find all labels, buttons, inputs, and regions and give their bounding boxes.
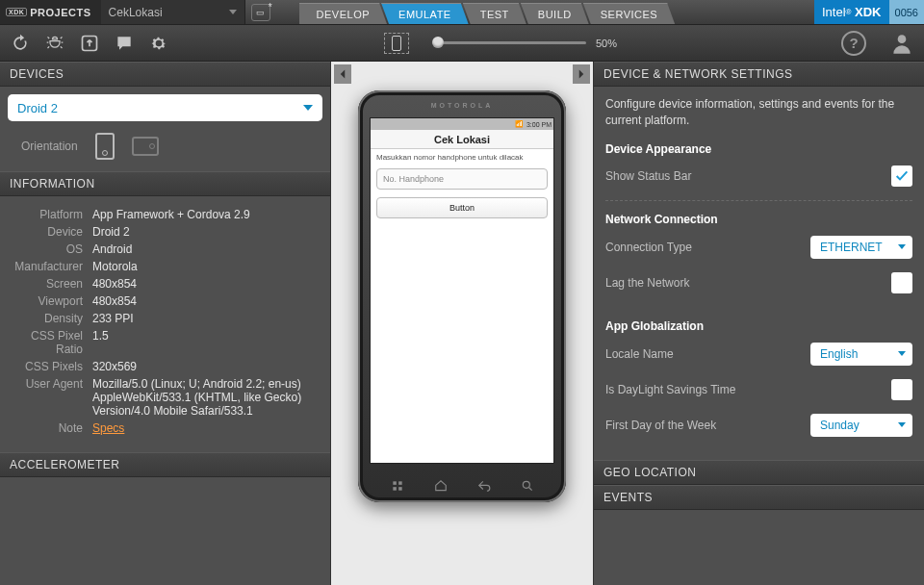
info-row: PlatformApp Framework + Cordova 2.9 bbox=[12, 206, 319, 223]
svg-point-1 bbox=[898, 35, 907, 43]
svg-rect-3 bbox=[398, 481, 402, 485]
android-status-bar: 📶 3:00 PM bbox=[371, 118, 553, 130]
dst-checkbox[interactable] bbox=[891, 379, 912, 400]
orientation-landscape[interactable] bbox=[132, 137, 159, 156]
info-row: User AgentMozilla/5.0 (Linux; U; Android… bbox=[12, 375, 319, 420]
info-row: OSAndroid bbox=[12, 241, 319, 258]
right-body: Configure device information, settings a… bbox=[594, 87, 924, 460]
app-instruction: Masukkan nomor handphone untuk dilacak bbox=[376, 153, 548, 163]
help-icon[interactable]: ? bbox=[841, 31, 866, 56]
zoom-slider[interactable] bbox=[432, 41, 586, 44]
specs-link[interactable]: Specs bbox=[92, 421, 124, 435]
show-status-bar-label: Show Status Bar bbox=[605, 169, 691, 183]
tab-build[interactable]: BUILD bbox=[521, 3, 589, 24]
accelerometer-header: ACCELEROMETER bbox=[0, 452, 330, 477]
orientation-row: Orientation bbox=[0, 129, 330, 171]
info-value: Droid 2 bbox=[92, 225, 319, 239]
info-label: Note bbox=[12, 421, 92, 435]
tab-services[interactable]: SERVICES bbox=[583, 3, 675, 24]
info-row: NoteSpecs bbox=[12, 420, 319, 437]
chat-icon[interactable] bbox=[114, 33, 135, 54]
home-button-icon[interactable] bbox=[429, 477, 452, 495]
connection-type-select[interactable]: ETHERNET bbox=[810, 236, 912, 259]
collapse-left-icon[interactable] bbox=[334, 64, 351, 84]
device-select[interactable]: Droid 2 bbox=[8, 94, 322, 121]
info-label: Device bbox=[12, 225, 92, 239]
upload-icon[interactable] bbox=[79, 33, 100, 54]
phone-number-input[interactable]: No. Handphone bbox=[376, 168, 548, 190]
tab-emulate[interactable]: EMULATE bbox=[381, 3, 469, 24]
connection-type-row: Connection Type ETHERNET bbox=[605, 236, 912, 259]
info-row: Density233 PPI bbox=[12, 310, 319, 327]
information-header: INFORMATION bbox=[0, 171, 330, 196]
status-time: 3:00 PM bbox=[526, 121, 552, 128]
info-value: 480x854 bbox=[92, 277, 319, 291]
brand-label: Intel® XDK bbox=[814, 0, 889, 24]
info-row: DeviceDroid 2 bbox=[12, 223, 319, 241]
rotate-device-icon[interactable] bbox=[384, 33, 409, 54]
tab-develop[interactable]: DEVELOP bbox=[299, 3, 387, 24]
info-value: 233 PPI bbox=[92, 312, 319, 325]
svg-rect-5 bbox=[398, 487, 402, 491]
project-dropdown[interactable]: CekLokasi bbox=[101, 0, 245, 24]
gear-icon[interactable] bbox=[148, 33, 169, 54]
show-status-bar-row: Show Status Bar bbox=[605, 165, 912, 187]
refresh-icon[interactable] bbox=[10, 33, 31, 54]
locale-row: Locale Name English bbox=[605, 343, 912, 366]
lag-network-label: Lag the Network bbox=[605, 276, 689, 290]
first-day-select[interactable]: Sunday bbox=[810, 414, 912, 437]
info-row: CSS Pixels320x569 bbox=[12, 358, 319, 375]
info-value: Specs bbox=[92, 421, 319, 435]
signal-icon: 📶 bbox=[515, 120, 524, 128]
app-body: Masukkan nomor handphone untuk dilacak N… bbox=[371, 149, 553, 222]
network-connection-title: Network Connection bbox=[605, 213, 912, 226]
device-brand-label: MOTOROLA bbox=[431, 102, 494, 109]
show-status-bar-checkbox[interactable] bbox=[891, 165, 912, 187]
info-value: Mozilla/5.0 (Linux; U; Android 2.2; en-u… bbox=[92, 377, 319, 418]
dst-label: Is DayLight Savings Time bbox=[605, 383, 735, 396]
topbar: XDKPROJECTS CekLokasi ▭ DEVELOP EMULATE … bbox=[0, 0, 924, 25]
left-panel: DEVICES Droid 2 Orientation INFORMATION … bbox=[0, 62, 331, 585]
hardware-buttons bbox=[358, 477, 566, 495]
tab-test[interactable]: TEST bbox=[463, 3, 526, 24]
search-button-icon[interactable] bbox=[516, 477, 539, 495]
app-submit-button[interactable]: Button bbox=[376, 197, 548, 218]
info-value: Android bbox=[92, 242, 319, 256]
info-row: CSS Pixel Ratio1.5 bbox=[12, 327, 319, 358]
info-label: CSS Pixel Ratio bbox=[12, 329, 92, 356]
info-value: Motorola bbox=[92, 260, 319, 273]
info-label: Platform bbox=[12, 208, 92, 221]
dst-row: Is DayLight Savings Time bbox=[605, 379, 912, 400]
orientation-portrait[interactable] bbox=[95, 133, 115, 160]
settings-description: Configure device information, settings a… bbox=[605, 96, 912, 129]
emulator-stage: MOTOROLA 📶 3:00 PM Cek Lokasi Masukkan n… bbox=[331, 62, 593, 585]
app-globalization-title: App Globalization bbox=[605, 319, 912, 333]
device-screen[interactable]: 📶 3:00 PM Cek Lokasi Masukkan nomor hand… bbox=[370, 117, 554, 464]
locale-label: Locale Name bbox=[605, 347, 674, 361]
info-label: Screen bbox=[12, 277, 92, 291]
lag-network-checkbox[interactable] bbox=[891, 272, 912, 293]
save-project-icon[interactable]: ▭ bbox=[251, 4, 270, 21]
user-icon[interactable] bbox=[889, 31, 914, 56]
collapse-right-icon[interactable] bbox=[573, 64, 590, 84]
info-label: OS bbox=[12, 242, 92, 256]
svg-rect-2 bbox=[393, 481, 397, 485]
svg-point-6 bbox=[523, 481, 529, 488]
emulate-toolbar: 50% ? bbox=[0, 25, 924, 62]
first-day-label: First Day of the Week bbox=[605, 419, 716, 432]
locale-select[interactable]: English bbox=[810, 343, 912, 366]
app-title: Cek Lokasi bbox=[371, 130, 553, 149]
first-day-row: First Day of the Week Sunday bbox=[605, 414, 912, 437]
right-panel: DEVICE & NETWORK SETTINGS Configure devi… bbox=[593, 62, 924, 585]
info-label: Density bbox=[12, 312, 92, 325]
bug-icon[interactable] bbox=[44, 33, 65, 54]
info-row: ManufacturerMotorola bbox=[12, 258, 319, 275]
device-network-header: DEVICE & NETWORK SETTINGS bbox=[594, 62, 924, 87]
connection-type-label: Connection Type bbox=[605, 241, 692, 254]
main-area: DEVICES Droid 2 Orientation INFORMATION … bbox=[0, 62, 924, 585]
menu-button-icon[interactable] bbox=[386, 477, 409, 495]
projects-label: XDKPROJECTS bbox=[0, 0, 101, 24]
back-button-icon[interactable] bbox=[473, 477, 496, 495]
device-appearance-title: Device Appearance bbox=[605, 142, 912, 156]
info-label: CSS Pixels bbox=[12, 360, 92, 373]
